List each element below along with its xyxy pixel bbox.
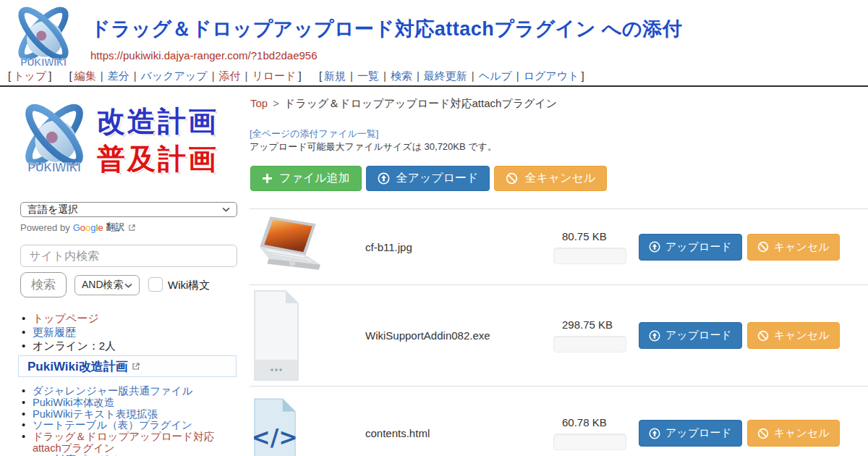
separator: |: [516, 69, 519, 82]
sidebar-quick-links: トップページ 更新履歴 オンライン：2人: [20, 311, 237, 352]
all-attachments-link[interactable]: [全ページの添付ファイル一覧]: [250, 127, 378, 140]
nav-item-reload[interactable]: リロード: [252, 69, 296, 82]
nav-item-top[interactable]: トップ: [13, 69, 46, 82]
sidebar-item-recent-changes[interactable]: 更新履歴: [20, 325, 237, 339]
sidebar-item-text-extension[interactable]: PukiWikiテキスト表現拡張: [20, 409, 239, 421]
upload-button[interactable]: アップロード: [639, 420, 742, 447]
file-name: cf-b11.jpg: [336, 241, 553, 253]
nav-group-page: [編集|差分|バックアップ|添付|リロード]: [67, 69, 304, 82]
sidebar-heading-pukiwiki-kaizou[interactable]: PukiWiki改造計画: [18, 355, 237, 377]
upload-circle-icon: [649, 330, 660, 342]
nav-item-backup[interactable]: バックアップ: [141, 69, 208, 82]
wiki-syntax-label: Wiki構文: [168, 279, 210, 292]
external-link-icon: [132, 362, 140, 371]
sidebar-menu-links: ダジャレンジャー版共通ファイル PukiWiki本体改造 PukiWikiテキス…: [20, 386, 239, 456]
atom-logo-icon: PUKIWIKI: [10, 4, 77, 72]
separator: |: [245, 69, 248, 82]
breadcrumb: Top>ドラッグ＆ドロップアップロード対応attachプラグイン: [250, 97, 557, 111]
sidebar-item-top-page[interactable]: トップページ: [20, 311, 237, 325]
breadcrumb-separator: >: [273, 97, 279, 109]
site-search-input[interactable]: [20, 245, 237, 267]
cancel-button[interactable]: キャンセル: [747, 234, 840, 261]
separator: |: [350, 69, 353, 82]
bracket: [: [69, 69, 72, 82]
nav-item-attach[interactable]: 添付: [219, 69, 241, 82]
file-thumbnail-cell: [250, 290, 336, 381]
wiki-syntax-checkbox[interactable]: [148, 277, 163, 292]
translate-link[interactable]: 翻訳: [106, 221, 125, 234]
file-row: WikiSupportAddin082.exe 298.75 KB アップロード: [250, 284, 868, 386]
top-navigation: [トップ] [編集|差分|バックアップ|添付|リロード] [新規|一覧|検索|最…: [6, 69, 597, 83]
chevron-down-icon: [222, 207, 230, 212]
file-size: 298.75 KB: [553, 318, 639, 331]
sidebar-item-dnd-attach[interactable]: ドラッグ＆ドロップアップロード対応attachプラグイン: [20, 431, 239, 455]
file-row-actions: アップロード キャンセル: [639, 322, 840, 349]
nav-item-edit[interactable]: 編集: [75, 69, 96, 82]
separator: |: [472, 69, 475, 82]
cancel-all-button[interactable]: 全キャンセル: [494, 166, 607, 191]
nav-item-search[interactable]: 検索: [391, 69, 412, 82]
sidebar-banner-link[interactable]: PUKIWIKI 改造計画 普及計画: [16, 100, 218, 181]
add-files-button[interactable]: ファイル追加: [250, 166, 362, 191]
ban-icon: [506, 172, 518, 185]
search-mode-select[interactable]: AND検索: [75, 275, 140, 295]
upload-progress-bar: [553, 248, 626, 264]
upload-progress-bar: [553, 434, 626, 450]
search-button[interactable]: 検索: [20, 272, 67, 297]
sidebar-heading-label: PukiWiki改造計画: [27, 358, 128, 375]
file-row-actions: アップロード キャンセル: [639, 420, 840, 447]
separator: |: [212, 69, 215, 82]
breadcrumb-root[interactable]: Top: [250, 97, 268, 109]
file-thumbnail-cell: [250, 216, 336, 277]
external-link-icon: [128, 224, 136, 232]
banner-line-kaizou: 改造計画: [97, 103, 218, 140]
cancel-button[interactable]: キャンセル: [747, 420, 840, 447]
search-mode-value: AND検索: [82, 279, 124, 292]
file-name: WikiSupportAddin082.exe: [336, 329, 553, 342]
breadcrumb-current: ドラッグ＆ドロップアップロード対応attachプラグイン: [284, 97, 557, 109]
google-translate-attribution: Powered by Google 翻訳: [20, 221, 136, 234]
file-size-cell: 298.75 KB: [553, 318, 639, 352]
svg-text:</>: </>: [254, 424, 296, 450]
file-size: 80.75 KB: [553, 230, 639, 242]
ban-icon: [757, 330, 769, 342]
upload-button[interactable]: アップロード: [639, 234, 742, 261]
file-size-cell: 80.75 KB: [553, 230, 639, 264]
bracket: [: [319, 69, 322, 82]
logo-wordmark: PUKIWIKI: [20, 57, 67, 68]
atom-logo-icon: PUKIWIKI: [16, 100, 93, 181]
file-thumbnail-cell: </>: [250, 398, 336, 456]
sidebar-item-sort-table[interactable]: ソートテーブル（表）プラグイン: [20, 420, 239, 431]
upload-circle-icon: [649, 241, 660, 253]
upload-circle-icon: [649, 428, 660, 439]
bracket: ]: [48, 69, 51, 82]
nav-item-recent[interactable]: 最終更新: [424, 69, 467, 82]
chevron-down-icon: [124, 283, 132, 288]
page-permalink-url[interactable]: https://pukiwiki.dajya-ranger.com/?1bd2d…: [90, 49, 318, 62]
ban-icon: [757, 428, 769, 439]
cancel-button[interactable]: キャンセル: [747, 322, 840, 349]
nav-item-diff[interactable]: 差分: [108, 69, 129, 82]
nav-group-site: [新規|一覧|検索|最終更新|ヘルプ|ログアウト]: [317, 69, 587, 82]
laptop-photo-thumbnail: [254, 216, 323, 277]
nav-item-logout[interactable]: ログアウト: [524, 69, 579, 82]
bulk-action-toolbar: ファイル追加 全アップロード 全キャンセル: [250, 166, 607, 191]
language-select[interactable]: 言語を選択: [20, 202, 237, 217]
upload-button[interactable]: アップロード: [639, 322, 742, 349]
file-name: contents.html: [336, 427, 553, 439]
pukiwiki-logo[interactable]: PUKIWIKI: [10, 4, 77, 72]
nav-item-help[interactable]: ヘルプ: [479, 69, 512, 82]
separator: |: [417, 69, 420, 82]
file-row: cf-b11.jpg 80.75 KB アップロード: [250, 208, 868, 284]
nav-item-list[interactable]: 一覧: [357, 69, 379, 82]
max-upload-size-text: アップロード可能最大ファイルサイズは 30,720KB です。: [250, 140, 497, 153]
ban-icon: [757, 241, 769, 253]
nav-item-new[interactable]: 新規: [324, 69, 346, 82]
sidebar-item-common-files[interactable]: ダジャレンジャー版共通ファイル: [20, 386, 239, 397]
banner-line-fukyuu: 普及計画: [97, 140, 218, 178]
generic-file-icon: [254, 290, 299, 381]
logo-wordmark: PUKIWIKI: [27, 161, 80, 174]
upload-all-button[interactable]: 全アップロード: [366, 166, 490, 191]
separator: |: [383, 69, 386, 82]
sidebar-item-core-mods[interactable]: PukiWiki本体改造: [20, 397, 239, 409]
